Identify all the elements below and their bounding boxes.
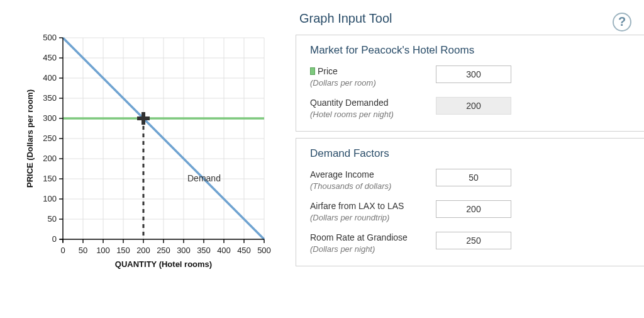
svg-text:250: 250	[43, 133, 57, 143]
income-label: Average Income	[310, 169, 374, 179]
svg-text:100: 100	[43, 194, 57, 203]
price-input[interactable]	[436, 65, 511, 83]
svg-text:350: 350	[197, 246, 211, 255]
airfare-label: Airfare from LAX to LAS	[310, 201, 404, 211]
svg-text:200: 200	[136, 246, 150, 255]
rival-sublabel: (Dollars per night)	[310, 244, 375, 254]
market-panel-title: Market for Peacock's Hotel Rooms	[310, 44, 633, 57]
svg-text:150: 150	[43, 174, 57, 183]
price-label: Price	[318, 66, 338, 76]
svg-text:100: 100	[96, 246, 110, 255]
svg-text:50: 50	[48, 214, 57, 224]
qty-output	[436, 97, 511, 115]
svg-text:150: 150	[116, 246, 130, 255]
price-legend-swatch	[310, 67, 315, 75]
svg-text:400: 400	[217, 246, 231, 255]
factors-panel: Demand Factors Average Income (Thousands…	[296, 138, 644, 266]
svg-text:0: 0	[52, 234, 57, 244]
svg-text:0: 0	[60, 246, 65, 255]
svg-text:500: 500	[257, 246, 271, 255]
x-tick-marks	[63, 239, 264, 243]
y-ticks: 0 50 100 150 200 250 300 350 400 450 500	[43, 33, 57, 244]
income-input[interactable]	[436, 169, 511, 186]
svg-text:300: 300	[177, 246, 191, 255]
svg-text:300: 300	[43, 113, 57, 123]
x-axis-label: QUANTITY (Hotel rooms)	[115, 259, 212, 269]
svg-text:200: 200	[43, 154, 57, 163]
airfare-input[interactable]	[436, 200, 511, 218]
factors-panel-title: Demand Factors	[310, 147, 633, 160]
svg-text:450: 450	[43, 53, 57, 62]
market-panel: Market for Peacock's Hotel Rooms Price (…	[296, 35, 644, 132]
svg-text:50: 50	[79, 246, 87, 255]
svg-text:500: 500	[43, 33, 57, 42]
demand-chart[interactable]: Demand	[19, 19, 277, 290]
income-sublabel: (Thousands of dollars)	[310, 181, 391, 191]
qty-sublabel: (Hotel rooms per night)	[310, 110, 394, 119]
svg-rect-23	[137, 116, 150, 120]
y-tick-marks	[59, 38, 63, 239]
svg-text:450: 450	[237, 246, 251, 255]
airfare-sublabel: (Dollars per roundtrip)	[310, 213, 389, 222]
svg-text:350: 350	[43, 93, 57, 103]
svg-text:400: 400	[43, 73, 57, 82]
tool-title: Graph Input Tool	[299, 11, 392, 26]
price-sublabel: (Dollars per room)	[310, 78, 376, 88]
help-icon[interactable]: ?	[613, 13, 631, 31]
rival-input[interactable]	[436, 232, 511, 249]
x-ticks: 0 50 100 150 200 250 300 350 400 450 500	[60, 246, 270, 255]
rival-label: Room Rate at Grandiose	[310, 232, 408, 242]
demand-label: Demand	[187, 173, 221, 183]
svg-text:250: 250	[157, 246, 170, 255]
y-axis-label: PRICE (Dollars per room)	[25, 89, 35, 188]
qty-label: Quantity Demanded	[310, 98, 389, 108]
